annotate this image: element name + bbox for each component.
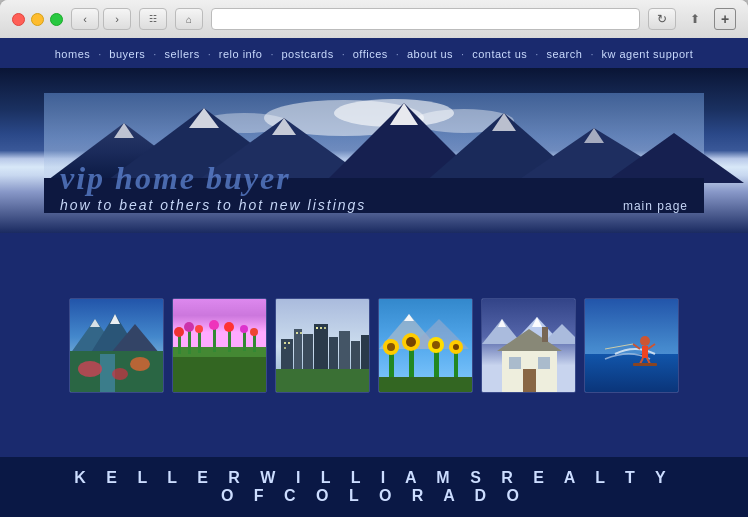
nav-item-postcards[interactable]: postcards (273, 44, 344, 62)
svg-point-71 (387, 343, 395, 351)
nav-item-homes[interactable]: homes (47, 44, 102, 62)
nav-item-about[interactable]: about us (399, 44, 464, 62)
hero-section: vip home buyer how to beat others to hot… (0, 68, 748, 233)
nav-item-relo[interactable]: relo info (211, 44, 274, 62)
svg-rect-43 (243, 331, 246, 351)
svg-rect-93 (542, 327, 548, 342)
nav-buttons: ‹ › (71, 8, 131, 30)
photo-strip (0, 233, 748, 457)
svg-rect-102 (633, 363, 657, 366)
svg-point-29 (112, 368, 128, 380)
nav-link-offices[interactable]: offices (345, 48, 396, 60)
svg-rect-92 (523, 369, 536, 393)
nav-link-buyers[interactable]: buyers (101, 48, 153, 60)
photo-mountain-stream (69, 298, 164, 393)
nav-menu: homes buyers sellers relo info postcards… (47, 44, 702, 62)
svg-rect-91 (538, 357, 550, 369)
nav-item-buyers[interactable]: buyers (101, 44, 156, 62)
svg-rect-33 (178, 334, 181, 354)
svg-point-77 (432, 341, 440, 349)
main-page-link[interactable]: main page (623, 199, 688, 213)
reload-button[interactable]: ↻ (648, 8, 676, 30)
nav-item-contact[interactable]: contact us (464, 44, 538, 62)
svg-point-96 (640, 336, 650, 346)
nav-link-postcards[interactable]: postcards (273, 48, 341, 60)
svg-rect-97 (642, 346, 648, 358)
nav-link-about[interactable]: about us (399, 48, 461, 60)
nav-link-search[interactable]: search (538, 48, 590, 60)
svg-rect-57 (288, 342, 290, 344)
nav-link-relo[interactable]: relo info (211, 48, 271, 60)
nav-link-homes[interactable]: homes (47, 48, 99, 60)
svg-point-36 (184, 322, 194, 332)
forward-button[interactable]: › (103, 8, 131, 30)
svg-point-27 (78, 361, 102, 377)
svg-point-42 (224, 322, 234, 332)
svg-rect-45 (253, 334, 256, 352)
svg-point-34 (174, 327, 184, 337)
nav-link-kw[interactable]: kw agent support (593, 48, 701, 60)
photo-wildflower-meadow (172, 298, 267, 393)
svg-point-74 (406, 337, 416, 347)
svg-rect-63 (324, 327, 326, 329)
svg-rect-59 (296, 332, 298, 334)
hero-title: vip home buyer (60, 160, 688, 197)
photo-white-house (481, 298, 576, 393)
home-button[interactable]: ⌂ (175, 8, 203, 30)
svg-point-28 (130, 357, 150, 371)
svg-rect-39 (213, 327, 216, 352)
maximize-button[interactable] (50, 13, 63, 26)
navigation-bar: homes buyers sellers relo info postcards… (0, 38, 748, 68)
svg-rect-58 (284, 347, 286, 349)
close-button[interactable] (12, 13, 25, 26)
photo-city-skyline (275, 298, 370, 393)
svg-rect-95 (585, 354, 679, 393)
traffic-lights (12, 13, 63, 26)
company-name: K E L L E R W I L L I A M S R E A L T Y … (60, 469, 688, 505)
share-icon[interactable]: ⬆ (684, 8, 706, 30)
svg-rect-35 (188, 329, 191, 354)
svg-point-80 (453, 344, 459, 350)
new-tab-icon[interactable]: + (714, 8, 736, 30)
photo-sunflowers (378, 298, 473, 393)
svg-rect-32 (173, 347, 267, 357)
nav-item-kw[interactable]: kw agent support (593, 44, 701, 62)
svg-point-44 (240, 325, 248, 333)
reader-button[interactable]: ☷ (139, 8, 167, 30)
back-button[interactable]: ‹ (71, 8, 99, 30)
svg-rect-56 (284, 342, 286, 344)
nav-item-sellers[interactable]: sellers (156, 44, 210, 62)
browser-window: ‹ › ☷ ⌂ ↻ ⬆ + homes buyers sellers relo … (0, 0, 748, 517)
svg-point-40 (209, 320, 219, 330)
svg-rect-37 (198, 331, 201, 353)
svg-point-46 (250, 328, 258, 336)
footer: K E L L E R W I L L I A M S R E A L T Y … (0, 457, 748, 517)
svg-rect-61 (316, 327, 318, 329)
svg-rect-62 (320, 327, 322, 329)
nav-link-sellers[interactable]: sellers (156, 48, 207, 60)
svg-rect-60 (300, 332, 302, 334)
nav-link-contact[interactable]: contact us (464, 48, 535, 60)
minimize-button[interactable] (31, 13, 44, 26)
url-bar[interactable] (211, 8, 640, 30)
title-bar: ‹ › ☷ ⌂ ↻ ⬆ + (0, 0, 748, 38)
svg-rect-41 (228, 329, 231, 352)
photo-water-skier (584, 298, 679, 393)
nav-item-offices[interactable]: offices (345, 44, 399, 62)
hero-text: vip home buyer how to beat others to hot… (60, 160, 688, 213)
hero-subtitle: how to beat others to hot new listings (60, 197, 688, 213)
website-content: homes buyers sellers relo info postcards… (0, 38, 748, 517)
address-bar (211, 8, 640, 30)
svg-rect-81 (379, 377, 473, 393)
nav-item-search[interactable]: search (538, 44, 593, 62)
svg-rect-64 (276, 369, 370, 393)
svg-point-38 (195, 325, 203, 333)
svg-rect-90 (509, 357, 521, 369)
